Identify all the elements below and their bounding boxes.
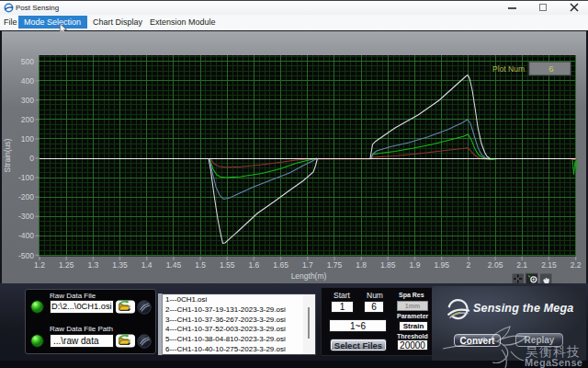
svg-text:2.2: 2.2: [571, 260, 582, 270]
svg-text:1.65: 1.65: [273, 260, 288, 270]
svg-text:-400: -400: [18, 231, 34, 240]
svg-text:Plot Num: Plot Num: [492, 64, 525, 74]
svg-text:1.2: 1.2: [34, 260, 45, 270]
svg-text:0: 0: [29, 154, 34, 163]
svg-text:1.9: 1.9: [410, 260, 421, 270]
svg-text:400: 400: [21, 76, 34, 86]
svg-text:-100: -100: [18, 173, 34, 182]
svg-text:1.5: 1.5: [195, 260, 206, 270]
svg-text:1.3: 1.3: [87, 260, 98, 270]
svg-text:1.35: 1.35: [112, 260, 128, 270]
svg-text:300: 300: [21, 96, 34, 105]
svg-text:1.95: 1.95: [434, 260, 449, 270]
svg-text:-500: -500: [18, 251, 34, 260]
svg-text:6: 6: [548, 63, 553, 74]
svg-text:1.4: 1.4: [141, 260, 153, 270]
svg-text:2.15: 2.15: [541, 260, 557, 270]
svg-text:2.05: 2.05: [488, 260, 503, 270]
svg-text:1.75: 1.75: [327, 260, 343, 270]
svg-text:Strain(us): Strain(us): [3, 138, 12, 172]
svg-text:1.85: 1.85: [380, 260, 396, 270]
svg-text:1.55: 1.55: [220, 260, 235, 270]
svg-text:1.25: 1.25: [59, 260, 74, 270]
svg-text:100: 100: [21, 134, 34, 144]
svg-text:1.8: 1.8: [356, 260, 367, 270]
svg-text:500: 500: [21, 57, 34, 66]
svg-text:1.7: 1.7: [302, 260, 313, 270]
svg-text:2.1: 2.1: [516, 260, 527, 270]
svg-text:200: 200: [21, 115, 34, 124]
svg-text:-300: -300: [18, 212, 34, 221]
svg-text:1.6: 1.6: [248, 260, 259, 270]
svg-text:-200: -200: [18, 192, 34, 201]
svg-text:1.45: 1.45: [166, 260, 182, 270]
svg-text:Length(m): Length(m): [291, 271, 327, 281]
svg-text:2: 2: [467, 260, 471, 270]
